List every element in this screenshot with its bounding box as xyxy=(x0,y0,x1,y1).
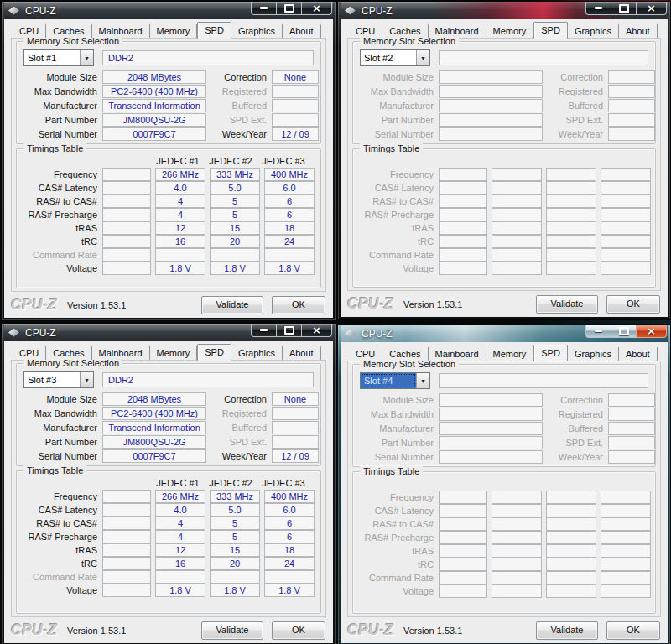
titlebar[interactable]: CPU-Z × xyxy=(4,2,333,19)
timing-row-voltage: Voltage 1.8 V 1.8 V 1.8 V xyxy=(23,262,314,274)
cpuz-logo: CPU-Z xyxy=(11,296,57,314)
titlebar[interactable]: CPU-Z × xyxy=(341,2,668,19)
slot-select[interactable]: Slot #2 ▼ xyxy=(360,49,430,66)
tab-caches[interactable]: Caches xyxy=(46,24,91,38)
tab-graphics[interactable]: Graphics xyxy=(568,347,619,361)
ras-precharge-field-extra xyxy=(439,208,487,221)
info-row: Max Bandwidth PC2-6400 (400 MHz) Registe… xyxy=(23,407,314,419)
tab-about[interactable]: About xyxy=(283,346,321,360)
ok-button[interactable]: OK xyxy=(606,295,660,314)
cas-latency-jedec3: 6.0 xyxy=(264,503,315,517)
ras-precharge-jedec3 xyxy=(601,531,651,544)
tab-memory[interactable]: Memory xyxy=(486,24,534,38)
tab-memory[interactable]: Memory xyxy=(486,347,534,361)
maximize-button[interactable] xyxy=(276,324,302,337)
timings-header-row: JEDEC #1 JEDEC #2 JEDEC #3 xyxy=(23,156,314,167)
voltage-label: Voltage xyxy=(360,586,439,596)
tab-caches[interactable]: Caches xyxy=(382,347,428,361)
cas-latency-jedec2 xyxy=(546,181,596,195)
validate-button[interactable]: Validate xyxy=(201,621,263,640)
memory-type-field: DDR2 xyxy=(102,372,314,387)
minimize-button[interactable] xyxy=(585,325,611,338)
tab-spd[interactable]: SPD xyxy=(197,22,231,39)
ok-button[interactable]: OK xyxy=(272,296,325,314)
frequency-jedec3: 400 MHz xyxy=(264,490,315,503)
spd-ext-label: SPD Ext. xyxy=(206,115,272,125)
frequency-jedec1: 266 MHz xyxy=(155,490,205,503)
caption-buttons: × xyxy=(585,2,667,15)
tab-spd[interactable]: SPD xyxy=(197,344,231,361)
maximize-button[interactable] xyxy=(611,2,637,15)
tab-graphics[interactable]: Graphics xyxy=(231,346,283,360)
chevron-down-icon[interactable]: ▼ xyxy=(416,373,429,388)
tab-caches[interactable]: Caches xyxy=(382,24,428,38)
ras-to-cas-label: RAS# to CAS# xyxy=(23,518,102,528)
close-button[interactable]: × xyxy=(636,325,667,338)
spd-page: CPU Caches Mainboard Memory SPD Graphics… xyxy=(341,342,668,643)
close-button[interactable]: × xyxy=(301,2,332,15)
validate-button[interactable]: Validate xyxy=(536,295,598,314)
validate-button[interactable]: Validate xyxy=(536,621,598,640)
command-rate-label: Command Rate xyxy=(360,250,439,260)
chevron-down-icon[interactable]: ▼ xyxy=(80,50,93,65)
titlebar[interactable]: CPU-Z × xyxy=(341,325,668,342)
ok-button[interactable]: OK xyxy=(272,621,325,640)
bottom-bar: CPU-Z Version 1.53.1 Validate OK xyxy=(347,294,661,314)
ok-button[interactable]: OK xyxy=(606,621,660,640)
serial-number-label: Serial Number xyxy=(23,451,102,461)
chevron-down-icon[interactable]: ▼ xyxy=(80,372,93,387)
slot-select-value: Slot #2 xyxy=(361,50,416,65)
tab-mainboard[interactable]: Mainboard xyxy=(92,24,150,38)
validate-button[interactable]: Validate xyxy=(201,296,263,314)
info-row: Manufacturer Buffered xyxy=(360,422,648,434)
close-button[interactable]: × xyxy=(636,2,667,15)
tab-spd[interactable]: SPD xyxy=(533,345,568,361)
timing-row-voltage: Voltage 1.8 V 1.8 V 1.8 V xyxy=(23,584,314,596)
slot-select[interactable]: Slot #1 ▼ xyxy=(23,49,94,66)
frequency-jedec2 xyxy=(546,491,596,504)
tab-cpu[interactable]: CPU xyxy=(349,24,382,38)
ras-to-cas-jedec2: 5 xyxy=(210,195,260,208)
command-rate-jedec3 xyxy=(264,248,315,262)
ras-precharge-jedec2: 5 xyxy=(210,530,260,543)
minimize-button[interactable] xyxy=(251,324,277,337)
tab-spd[interactable]: SPD xyxy=(533,22,568,39)
tab-about[interactable]: About xyxy=(619,24,658,38)
slot-select[interactable]: Slot #4 ▼ xyxy=(360,372,430,389)
tab-mainboard[interactable]: Mainboard xyxy=(429,347,486,361)
close-button[interactable]: × xyxy=(301,324,332,337)
tab-memory[interactable]: Memory xyxy=(150,24,198,38)
registered-label: Registered xyxy=(206,86,272,96)
minimize-button[interactable] xyxy=(585,2,611,15)
tab-mainboard[interactable]: Mainboard xyxy=(92,346,150,360)
tab-cpu[interactable]: CPU xyxy=(13,346,46,360)
chevron-down-icon[interactable]: ▼ xyxy=(416,50,429,65)
info-row: Module Size Correction xyxy=(360,393,648,406)
tab-cpu[interactable]: CPU xyxy=(349,347,382,361)
tab-about[interactable]: About xyxy=(619,347,658,361)
timing-row-cas-latency: CAS# Latency 4.0 5.0 6.0 xyxy=(23,182,314,194)
tab-memory[interactable]: Memory xyxy=(150,346,198,360)
manufacturer-label: Manufacturer xyxy=(360,101,439,111)
info-row: Manufacturer Transcend Information Buffe… xyxy=(23,421,314,434)
week-year-label: Week/Year xyxy=(206,129,272,139)
cpuz-window: CPU-Z × CPU Caches Mainboard Memory SPD … xyxy=(1,1,336,321)
ras-to-cas-jedec2 xyxy=(546,517,596,531)
tab-graphics[interactable]: Graphics xyxy=(568,24,619,38)
ras-precharge-jedec3: 6 xyxy=(264,530,315,543)
info-row: Serial Number Week/Year xyxy=(360,127,648,140)
tab-cpu[interactable]: CPU xyxy=(13,24,46,38)
ras-precharge-jedec2 xyxy=(546,531,596,544)
cas-latency-label: CAS# Latency xyxy=(23,505,102,515)
tab-caches[interactable]: Caches xyxy=(46,346,91,360)
tab-graphics[interactable]: Graphics xyxy=(231,24,283,38)
slot-select[interactable]: Slot #3 ▼ xyxy=(23,371,94,388)
tab-about[interactable]: About xyxy=(283,24,321,38)
part-number-label: Part Number xyxy=(360,438,439,448)
titlebar[interactable]: CPU-Z × xyxy=(4,324,333,341)
maximize-button[interactable] xyxy=(276,2,302,15)
tab-mainboard[interactable]: Mainboard xyxy=(429,24,486,38)
ras-precharge-jedec1: 4 xyxy=(155,208,205,221)
maximize-button[interactable] xyxy=(611,325,637,338)
minimize-button[interactable] xyxy=(251,2,277,15)
